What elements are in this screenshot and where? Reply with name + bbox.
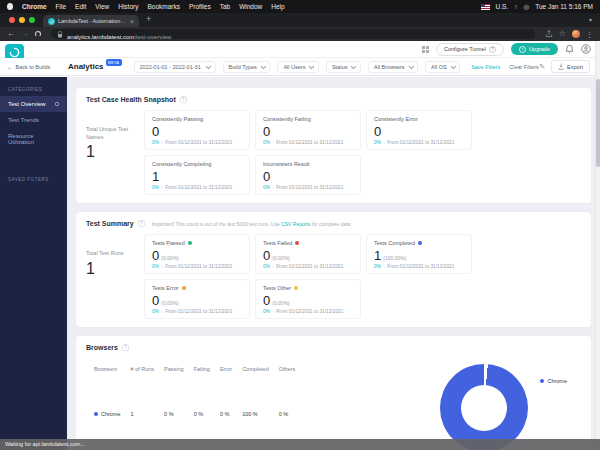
status-dropdown[interactable]: Status xyxy=(326,61,361,73)
all-os-dropdown[interactable]: All OS xyxy=(425,61,460,73)
forward-icon[interactable]: → xyxy=(21,30,29,38)
section-title: Test Case Health Snapshot xyxy=(86,96,176,103)
user-profile-icon[interactable] xyxy=(581,44,591,54)
date-range-picker[interactable]: 2022-01-01 - 2022-01-31 xyxy=(134,61,216,73)
total-unique-tests-value: 1 xyxy=(86,143,144,161)
back-icon[interactable]: ← xyxy=(7,30,15,38)
menu-window[interactable]: Window xyxy=(239,3,262,10)
help-icon[interactable]: ? xyxy=(180,96,187,103)
metric-card-inconsistent-result: Inconsistent Result 0 0%↑From 01/12/2021… xyxy=(255,155,361,195)
input-source-label[interactable]: U.S. xyxy=(496,3,509,10)
configure-tunnel-button[interactable]: Configure Tunnel ? xyxy=(436,43,504,56)
clear-filters-link[interactable]: Clear Filters xyxy=(509,64,539,70)
apps-grid-icon[interactable] xyxy=(422,46,429,53)
bookmark-star-icon[interactable]: ☆ xyxy=(559,30,566,38)
metric-card-tests-passed: Tests Passed 0(0.00%) 0%↑From 01/12/2021… xyxy=(144,234,250,274)
sidebar-item-test-overview[interactable]: Test Overview xyxy=(0,96,67,112)
screen: Chrome File Edit View History Bookmarks … xyxy=(0,0,600,450)
error-dot-icon xyxy=(182,286,186,290)
all-users-dropdown[interactable]: All Users xyxy=(277,61,319,73)
save-filters-link[interactable]: Save Filters xyxy=(471,64,500,70)
sidebar-item-test-trends[interactable]: Test Trends xyxy=(0,112,67,128)
menu-help[interactable]: Help xyxy=(271,3,284,10)
menubar-clock[interactable]: Tue Jan 11 5:16 PM xyxy=(535,3,593,10)
chevron-down-icon xyxy=(409,63,414,68)
col-runs: # of Runs xyxy=(131,362,165,376)
trend-up-icon: ↑ xyxy=(161,309,163,314)
screen-mirror-icon[interactable]: ◎ xyxy=(524,3,530,11)
zoom-window-button[interactable] xyxy=(29,17,35,23)
edit-icon[interactable]: ✎ xyxy=(539,63,545,71)
total-test-runs-label: Total Test Runs xyxy=(86,250,136,258)
completed-dot-icon xyxy=(418,241,422,245)
metric-card-tests-completed: Tests Completed 1(100.00%) 0%↑From 01/12… xyxy=(366,234,472,274)
other-dot-icon xyxy=(294,286,298,290)
back-to-builds-link[interactable]: ← Back to Builds xyxy=(0,64,62,70)
input-menu-icon[interactable]: ↑ xyxy=(514,3,517,10)
address-bar[interactable]: analytics.lambdatest.com/test-overview xyxy=(51,29,535,39)
export-icon xyxy=(558,63,564,70)
beta-badge: BETA xyxy=(106,59,122,66)
chrome-profile-avatar[interactable] xyxy=(572,30,580,38)
upgrade-button[interactable]: ↑ Upgrade xyxy=(511,43,558,55)
menu-bookmarks[interactable]: Bookmarks xyxy=(147,3,180,10)
trend-up-icon: ↑ xyxy=(161,185,163,190)
trend-up-icon: ↑ xyxy=(383,264,385,269)
menu-view[interactable]: View xyxy=(95,3,109,10)
tab-search-chevron-icon[interactable]: ▾ xyxy=(589,16,600,27)
section-title: Browsers xyxy=(86,344,118,351)
notifications-bell-icon[interactable] xyxy=(565,44,574,54)
menu-edit[interactable]: Edit xyxy=(75,3,86,10)
page-scrollbar[interactable] xyxy=(595,41,600,450)
trend-up-icon: ↑ xyxy=(161,264,163,269)
upgrade-label: Upgrade xyxy=(529,46,550,52)
trend-up-icon: ↑ xyxy=(272,264,274,269)
failed-dot-icon xyxy=(295,241,299,245)
help-icon[interactable]: ? xyxy=(138,220,145,227)
browsers-donut-chart xyxy=(440,364,528,450)
menu-file[interactable]: File xyxy=(56,3,66,10)
section-test-summary: Test Summary ? Important! This count is … xyxy=(76,212,591,327)
tunnel-help-icon[interactable]: ? xyxy=(489,46,496,53)
sidebar-item-label: Test Overview xyxy=(8,101,46,107)
menu-tab[interactable]: Tab xyxy=(220,3,230,10)
chrome-toolbar: ← → analytics.lambdatest.com/test-overvi… xyxy=(0,27,600,41)
trend-up-icon: ↑ xyxy=(383,140,385,145)
url-path: /test-overview xyxy=(134,34,171,40)
filter-bar: ← Back to Builds Analytics BETA 2022-01-… xyxy=(0,58,600,76)
chrome-menu-icon[interactable]: ⋮ xyxy=(586,31,593,38)
sidebar-item-resource-utilization[interactable]: Resource Utilization xyxy=(0,128,67,150)
all-browsers-dropdown[interactable]: All Browsers xyxy=(368,61,418,73)
apple-icon[interactable] xyxy=(7,3,13,10)
tab-title: LambdaTest - Automation Ana... xyxy=(58,18,127,24)
passed-dot-icon xyxy=(188,241,192,245)
csv-reports-link[interactable]: CSV Reports xyxy=(281,221,310,227)
col-others: Others xyxy=(279,362,306,376)
section-test-case-health-snapshot: Test Case Health Snapshot ? Total Unique… xyxy=(76,88,591,203)
chevron-down-icon xyxy=(451,63,456,68)
menu-history[interactable]: History xyxy=(118,3,138,10)
help-icon[interactable]: ? xyxy=(122,344,129,351)
tab-close-icon[interactable]: × xyxy=(130,18,134,25)
upgrade-arrow-icon: ↑ xyxy=(519,46,526,53)
export-label: Export xyxy=(567,64,583,70)
close-window-button[interactable] xyxy=(9,17,15,23)
scrollbar-thumb[interactable] xyxy=(596,79,600,167)
metric-card-tests-other: Tests Other 0(0.00%) 0%↑From 01/12/2021 … xyxy=(255,279,361,319)
build-types-dropdown[interactable]: Build Types xyxy=(223,61,271,73)
total-test-runs-value: 1 xyxy=(86,260,144,278)
lambdatest-favicon-icon xyxy=(48,18,55,25)
browser-status-bar: Waiting for api.lambdatest.com... xyxy=(0,439,600,450)
chevron-down-icon xyxy=(309,63,314,68)
metric-card-consistently-error: Consistently Error 0 0%↑From 01/12/2021 … xyxy=(366,110,472,150)
total-unique-tests-label: Total Unique Test Names xyxy=(86,126,136,141)
minimize-window-button[interactable] xyxy=(19,17,25,23)
menu-profiles[interactable]: Profiles xyxy=(189,3,211,10)
share-icon[interactable] xyxy=(545,30,553,38)
menu-chrome[interactable]: Chrome xyxy=(22,3,47,10)
trend-up-icon: ↑ xyxy=(161,140,163,145)
reload-icon[interactable] xyxy=(35,31,41,37)
summary-hint: Important! This count is out of the last… xyxy=(152,221,351,227)
export-button[interactable]: Export xyxy=(551,60,590,73)
us-flag-icon[interactable] xyxy=(481,4,490,10)
